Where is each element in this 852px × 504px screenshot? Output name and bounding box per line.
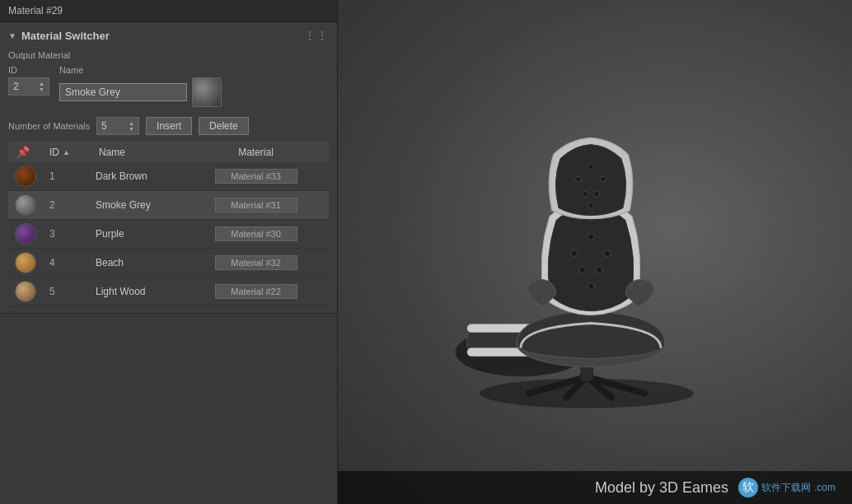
row-thumb-cell xyxy=(8,249,43,277)
watermark-bar: Model by 3D Eames 软 软件下载网 .com xyxy=(338,471,852,504)
th-material-label: Material xyxy=(238,147,274,158)
name-group: Name xyxy=(59,65,222,107)
id-spinbox-arrows[interactable]: ▲ ▼ xyxy=(39,81,44,92)
svg-point-22 xyxy=(594,191,600,197)
id-spinbox[interactable]: 2 ▲ ▼ xyxy=(8,77,49,96)
num-materials-value: 5 xyxy=(101,120,107,132)
material-badge: Material #22 xyxy=(215,284,297,299)
svg-point-23 xyxy=(588,203,594,208)
logo-domain: .com xyxy=(814,482,836,493)
material-table-body: 1 Dark Brown Material #33 2 Smoke Grey M… xyxy=(8,162,329,306)
pin-icon: 📌 xyxy=(16,146,30,158)
viewport-bg: Model by 3D Eames 软 软件下载网 .com xyxy=(338,0,852,504)
watermark-text: Model by 3D Eames xyxy=(595,479,728,497)
row-id-cell: 2 xyxy=(43,195,92,215)
table-row[interactable]: 2 Smoke Grey Material #31 xyxy=(8,191,329,220)
svg-point-18 xyxy=(588,164,594,170)
th-material[interactable]: Material xyxy=(183,142,329,162)
table-header: 📌 ID ▲ Name Material xyxy=(8,142,329,162)
output-material-label: Output Material xyxy=(8,50,329,60)
svg-point-13 xyxy=(571,250,578,257)
section-title-group: ▼ Material Switcher xyxy=(8,30,110,42)
row-material-cell: Material #30 xyxy=(183,222,329,245)
table-row[interactable]: 5 Light Wood Material #22 xyxy=(8,278,329,306)
num-materials-spinbox[interactable]: 5 ▲ ▼ xyxy=(96,117,139,135)
row-name-cell: Light Wood xyxy=(92,282,183,301)
material-badge: Material #33 xyxy=(215,169,297,184)
row-id-cell: 3 xyxy=(43,224,92,244)
logo-text: 软件下载网 xyxy=(761,481,811,495)
title-bar: Material #29 xyxy=(0,0,337,22)
insert-button[interactable]: Insert xyxy=(146,117,192,135)
num-spinbox-up-icon[interactable]: ▲ xyxy=(129,120,134,126)
table-row[interactable]: 1 Dark Brown Material #33 xyxy=(8,162,329,191)
material-badge: Material #30 xyxy=(215,226,297,241)
svg-point-12 xyxy=(588,234,594,240)
th-name-label: Name xyxy=(99,147,125,158)
chair-image xyxy=(422,72,768,418)
id-value: 2 xyxy=(13,81,19,92)
row-name-cell: Dark Brown xyxy=(92,166,183,186)
material-swatch xyxy=(15,223,36,245)
material-swatch xyxy=(15,194,36,216)
num-spinbox-down-icon[interactable]: ▼ xyxy=(129,126,134,132)
th-name[interactable]: Name xyxy=(92,142,183,162)
material-swatch xyxy=(15,281,36,302)
row-id-cell: 1 xyxy=(43,166,92,186)
th-id[interactable]: ID ▲ xyxy=(43,142,92,162)
left-panel: Material #29 ▼ Material Switcher ⋮⋮ Outp… xyxy=(0,0,338,504)
row-id-cell: 5 xyxy=(43,282,92,301)
watermark-logo: 软 软件下载网 .com xyxy=(738,478,836,497)
row-material-cell: Material #32 xyxy=(183,251,329,274)
num-spinbox-arrows[interactable]: ▲ ▼ xyxy=(129,120,134,132)
viewport: Model by 3D Eames 软 软件下载网 .com xyxy=(338,0,852,504)
options-icon[interactable]: ⋮⋮ xyxy=(304,29,329,42)
table-row[interactable]: 4 Beach Material #32 xyxy=(8,249,329,278)
logo-icon: 软 xyxy=(738,478,758,497)
name-input[interactable] xyxy=(59,83,187,101)
num-materials-row: Number of Materials 5 ▲ ▼ Insert Delete xyxy=(8,117,329,135)
table-row[interactable]: 3 Purple Material #30 xyxy=(8,220,329,249)
row-thumb-cell xyxy=(8,278,43,306)
output-material-section: Output Material ID 2 ▲ ▼ Name xyxy=(8,50,329,107)
th-id-label: ID xyxy=(49,147,59,158)
sort-asc-icon[interactable]: ▲ xyxy=(63,148,70,156)
section-header: ▼ Material Switcher ⋮⋮ xyxy=(8,29,329,42)
th-icon-col: 📌 xyxy=(8,142,43,162)
row-id-cell: 4 xyxy=(43,253,92,273)
material-swatch xyxy=(15,252,36,273)
window-title: Material #29 xyxy=(8,5,63,16)
row-name-cell: Purple xyxy=(92,224,183,244)
row-material-cell: Material #22 xyxy=(183,280,329,303)
row-name-cell: Smoke Grey xyxy=(92,195,183,215)
row-thumb-cell xyxy=(8,162,43,190)
svg-point-20 xyxy=(601,176,606,182)
row-thumb-cell xyxy=(8,220,43,248)
id-group: ID 2 ▲ ▼ xyxy=(8,65,49,96)
svg-point-21 xyxy=(583,191,588,197)
svg-point-19 xyxy=(576,176,582,182)
svg-point-0 xyxy=(480,379,694,408)
svg-point-17 xyxy=(588,283,594,290)
switcher-section: ▼ Material Switcher ⋮⋮ Output Material I… xyxy=(0,22,337,314)
material-thumbnail xyxy=(192,77,222,107)
svg-point-15 xyxy=(579,267,586,273)
id-label: ID xyxy=(8,65,49,75)
spinbox-up-icon[interactable]: ▲ xyxy=(39,81,44,86)
row-name-cell: Beach xyxy=(92,253,183,273)
num-materials-label: Number of Materials xyxy=(8,121,90,131)
material-badge: Material #32 xyxy=(215,255,297,270)
svg-point-14 xyxy=(604,250,611,257)
material-badge: Material #31 xyxy=(215,198,297,212)
row-thumb-cell xyxy=(8,191,43,219)
spinbox-down-icon[interactable]: ▼ xyxy=(39,86,44,92)
row-material-cell: Material #33 xyxy=(183,165,329,188)
switcher-title: Material Switcher xyxy=(21,30,110,42)
collapse-arrow-icon[interactable]: ▼ xyxy=(8,31,16,40)
name-label: Name xyxy=(59,65,222,75)
row-material-cell: Material #31 xyxy=(183,194,329,217)
delete-button[interactable]: Delete xyxy=(199,117,249,135)
material-swatch xyxy=(15,166,36,187)
svg-point-16 xyxy=(596,267,602,273)
